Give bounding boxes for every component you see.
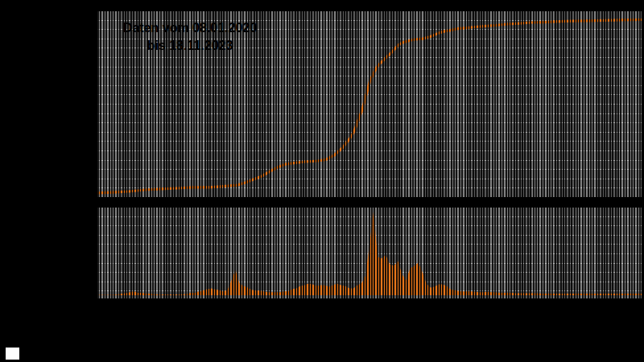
daily-bars-chart bbox=[97, 208, 642, 298]
annotation-line2: bis 18.11.2023 bbox=[114, 37, 266, 55]
daily-bars-series bbox=[97, 212, 642, 295]
daily-bars-panel bbox=[97, 208, 642, 298]
chart-page: { "annotation": { "line1": "Daten vom 08… bbox=[0, 0, 644, 362]
annotation-line1: Daten vom 08.01.2020 bbox=[114, 19, 266, 37]
legend-marker-swatch bbox=[6, 348, 19, 360]
date-range-annotation: Daten vom 08.01.2020 bis 18.11.2023 bbox=[114, 19, 266, 55]
cumulative-line-panel: Daten vom 08.01.2020 bis 18.11.2023 bbox=[97, 11, 642, 197]
